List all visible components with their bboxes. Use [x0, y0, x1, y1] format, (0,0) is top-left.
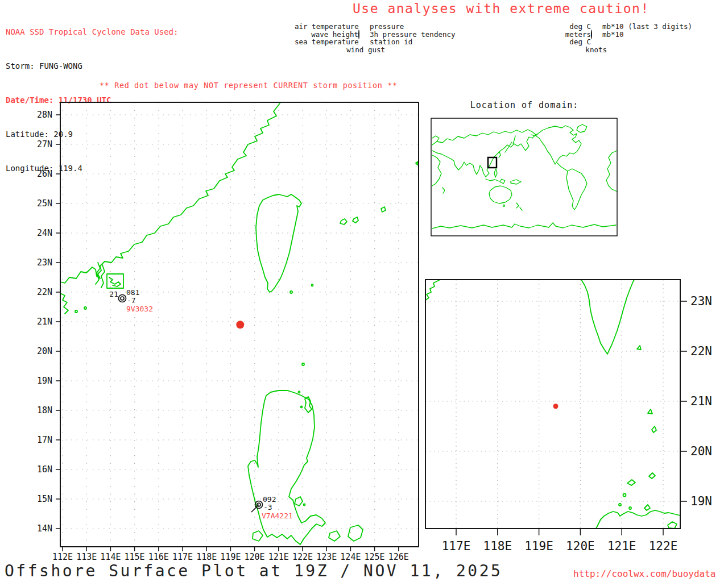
legend-air-temperature: air temperature: [295, 23, 358, 31]
island: [329, 531, 340, 541]
longitude-gridlines: [63, 102, 399, 547]
islet: [629, 507, 631, 509]
hong-kong-coast-squiggle: [109, 277, 121, 286]
y-tick-label: 27N: [37, 139, 52, 149]
x-axis-ticks: [456, 529, 663, 535]
philippines: [494, 169, 497, 177]
station-pressure-tendency: -7: [127, 296, 136, 305]
x-tick-label: 114E: [100, 552, 121, 562]
africa-west-edge: [606, 151, 617, 192]
storm-position-dot: [236, 321, 244, 329]
latitude-gridlines: [425, 301, 680, 501]
corner-island: [668, 522, 677, 529]
tc-source-line: NOAA SSD Tropical Cyclone Data Used:: [6, 26, 178, 38]
islet: [312, 285, 313, 286]
y-axis-labels: 23N 22N 21N 20N 19N: [690, 294, 712, 508]
x-tick-label: 117E: [442, 539, 471, 553]
units-legend: deg C mb*10 (last 3 digits) meters mb*10…: [559, 23, 692, 53]
x-tick-label: 122E: [649, 539, 678, 553]
islet: [301, 406, 303, 408]
x-tick-label: 113E: [76, 552, 97, 562]
main-map: 21 081 -7 9V3032 092 -3 V7A4221 112E 113…: [23, 97, 427, 568]
x-tick-label: 118E: [196, 552, 217, 562]
ryukyu-islands: [340, 161, 418, 225]
australia-coast: [489, 186, 512, 203]
antarctica-coast: [432, 223, 616, 228]
eurasia-coast: [432, 130, 536, 177]
x-tick-label: 118E: [483, 539, 512, 553]
x-tick-label: 119E: [524, 539, 553, 553]
coastline-left-edge: [60, 293, 68, 314]
detail-map-frame: [425, 280, 680, 529]
y-tick-label: 19N: [690, 494, 712, 508]
x-tick-label: 123E: [316, 552, 337, 562]
y-tick-label: 25N: [37, 198, 52, 209]
x-axis-labels: 112E 113E 114E 115E 116E 117E 118E 119E …: [52, 552, 409, 562]
plot-title: Offshore Surface Plot at 19Z / NOV 11, 2…: [5, 562, 502, 580]
x-tick-label: 112E: [52, 552, 73, 562]
x-axis-labels: 117E 118E 119E 120E 121E 122E: [442, 539, 678, 553]
x-tick-label: 119E: [220, 552, 241, 562]
y-tick-label: 23N: [690, 294, 712, 308]
islet: [84, 307, 86, 309]
caution-title: Use analyses with extreme caution!: [353, 1, 650, 16]
new-zealand: [516, 203, 522, 210]
japan-islands: [499, 136, 515, 157]
x-tick-label: 116E: [148, 552, 169, 562]
legend-sea-temperature: sea temperature: [295, 38, 358, 46]
x-tick-label: 121E: [607, 539, 636, 553]
y-tick-label: 22N: [37, 287, 52, 297]
unit-knots: knots: [575, 46, 607, 54]
north-america-coast: [531, 126, 581, 164]
legend-pressure: pressure: [370, 23, 456, 31]
x-tick-label: 124E: [340, 552, 361, 562]
y-tick-label: 26N: [37, 169, 52, 179]
y-axis-ticks: [56, 115, 60, 529]
islet: [302, 363, 304, 365]
station-callsign: V7A4221: [262, 512, 293, 520]
y-tick-label: 21N: [37, 317, 52, 327]
islet: [299, 392, 300, 393]
unit-meters: meters: [559, 31, 591, 39]
tasmania: [503, 205, 505, 207]
buoydata-url-link[interactable]: http://coolwx.com/buoydata: [573, 568, 715, 579]
china-coastline: [60, 103, 280, 283]
catanduanes-island: [348, 525, 363, 541]
islet: [623, 494, 626, 497]
y-tick-label: 14N: [37, 523, 52, 534]
islet: [304, 504, 305, 506]
y-tick-label: 19N: [37, 376, 52, 386]
station-pressure: 092: [263, 495, 276, 504]
x-tick-label: 125E: [365, 552, 385, 562]
x-tick-label: 126E: [388, 552, 409, 562]
y-tick-label: 28N: [37, 110, 52, 120]
legend-wind-gust: wind gust: [321, 46, 385, 54]
y-tick-label: 21N: [690, 394, 712, 408]
taiwan-coastline: [256, 194, 301, 292]
unit-pressure: mb*10 (last 3 digits): [602, 23, 692, 31]
europe-edge: [432, 136, 439, 142]
legend-station-id: station id: [370, 38, 456, 46]
station-plot-9V3032: 21 081 -7 9V3032: [109, 288, 153, 313]
world-coastlines: [432, 124, 617, 228]
islet: [637, 346, 641, 350]
x-tick-label: 120E: [245, 552, 265, 562]
legend-pressure-tendency: 3h pressure tendency: [370, 31, 456, 39]
offshore-surface-plot-page: NOAA SSD Tropical Cyclone Data Used: Sto…: [0, 0, 728, 582]
station-air-temp: 21: [109, 290, 118, 298]
station-circle-icon: [591, 30, 592, 39]
inset-frame: [431, 118, 617, 236]
islet-lanyu: [290, 291, 292, 293]
x-tick-label: 120E: [566, 539, 595, 553]
islet: [619, 504, 621, 506]
central-america: [557, 163, 568, 171]
y-tick-label: 16N: [37, 464, 52, 475]
greenland-coast: [577, 124, 587, 132]
y-tick-label: 23N: [37, 257, 52, 268]
detail-map: 117E 118E 119E 120E 121E 122E 23N 22N 21…: [421, 273, 728, 568]
coastlines-group: [425, 280, 680, 529]
x-axis-ticks: [63, 547, 399, 551]
taiwan-coastline: [581, 280, 634, 354]
inset-title: Location of domain:: [470, 100, 579, 110]
station-pressure-tendency: -3: [263, 503, 272, 512]
